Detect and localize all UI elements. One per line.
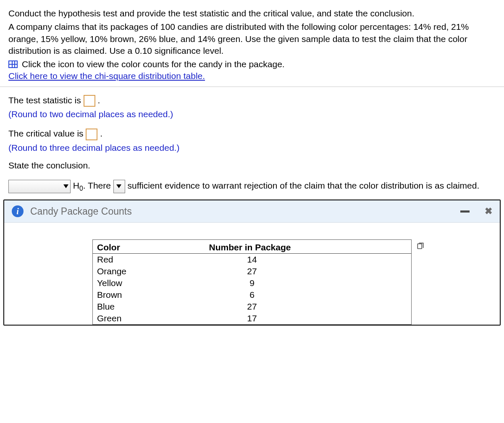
- table-row: Orange 27: [93, 265, 411, 277]
- cell-number: 17: [188, 313, 315, 324]
- chevron-down-icon: [116, 184, 121, 188]
- icon-instruction-text: Click the icon to view the color counts …: [22, 59, 285, 69]
- cell-color: Brown: [93, 289, 188, 301]
- divider: [0, 87, 504, 87]
- minimize-icon[interactable]: [460, 210, 470, 213]
- test-statistic-hint: (Round to two decimal places as needed.): [8, 109, 496, 119]
- critical-value-input[interactable]: [86, 129, 97, 140]
- table-row: Green 17: [93, 313, 411, 324]
- svg-rect-0: [417, 244, 422, 249]
- evidence-dropdown[interactable]: [113, 180, 125, 193]
- popup-title: Candy Package Counts: [30, 206, 454, 217]
- cell-color: Blue: [93, 301, 188, 313]
- critical-value-label-post: .: [100, 129, 102, 138]
- col-header-number: Number in Package: [188, 241, 315, 254]
- cell-color: Yellow: [93, 277, 188, 289]
- test-statistic-input[interactable]: [84, 95, 95, 107]
- info-icon: i: [12, 205, 24, 217]
- table-row: Yellow 9: [93, 277, 411, 289]
- table-row: Brown 6: [93, 289, 411, 301]
- popup-header: i Candy Package Counts ✖: [4, 200, 500, 223]
- table-row: Blue 27: [93, 301, 411, 313]
- cell-number: 14: [188, 254, 315, 266]
- conclusion-text-h0: H: [73, 181, 79, 190]
- table-icon[interactable]: [8, 60, 18, 68]
- reject-decision-dropdown[interactable]: [8, 180, 71, 193]
- cell-number: 6: [188, 289, 315, 301]
- copy-icon[interactable]: [416, 242, 425, 251]
- table-row: Red 14: [93, 254, 411, 266]
- conclusion-text-tail: sufficient evidence to warrant rejection…: [128, 181, 480, 190]
- cell-number: 27: [188, 265, 315, 277]
- conclusion-text-h0-sub: 0: [79, 185, 83, 192]
- instruction-line-1: Conduct the hypothesis test and provide …: [8, 8, 496, 19]
- critical-value-hint: (Round to three decimal places as needed…: [8, 143, 496, 153]
- state-conclusion-label: State the conclusion.: [8, 160, 496, 171]
- cell-number: 27: [188, 301, 315, 313]
- col-header-color: Color: [93, 241, 188, 254]
- candy-counts-table: Color Number in Package Red 14 Orange: [93, 241, 411, 324]
- close-icon[interactable]: ✖: [485, 206, 492, 217]
- test-statistic-label-post: .: [97, 95, 100, 105]
- problem-statement: A company claims that its packages of 10…: [8, 21, 496, 57]
- cell-color: Red: [93, 254, 188, 266]
- conclusion-text-there: . There: [83, 181, 113, 190]
- test-statistic-label-pre: The test statistic is: [8, 95, 84, 105]
- cell-color: Green: [93, 313, 188, 324]
- cell-number: 9: [188, 277, 315, 289]
- chi-square-table-link[interactable]: Click here to view the chi-square distri…: [8, 71, 205, 81]
- cell-color: Orange: [93, 265, 188, 277]
- data-table-container: Color Number in Package Red 14 Orange: [92, 239, 412, 325]
- candy-counts-popup: i Candy Package Counts ✖ Color Number: [3, 200, 501, 326]
- chevron-down-icon: [63, 184, 68, 188]
- critical-value-label-pre: The critical value is: [8, 129, 86, 138]
